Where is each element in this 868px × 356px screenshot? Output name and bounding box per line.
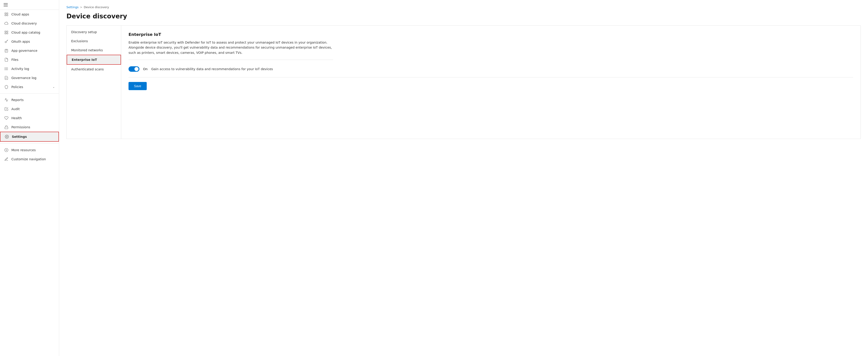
- svg-rect-16: [5, 127, 8, 129]
- detail-description: Enable enterprise IoT security with Defe…: [128, 40, 333, 60]
- toggle-row: On Gain access to vulnerability data and…: [128, 66, 853, 72]
- svg-rect-4: [5, 31, 6, 32]
- sidebar-item-label: Cloud app catalog: [11, 31, 55, 34]
- sidebar-item-settings[interactable]: Settings: [0, 132, 59, 142]
- sidebar-item-label: Activity log: [11, 67, 55, 71]
- sidebar-item-reports[interactable]: Reports: [0, 95, 59, 104]
- breadcrumb-parent[interactable]: Settings: [66, 5, 79, 9]
- toggle-label: On: [143, 67, 148, 71]
- sidebar-item-label: Cloud discovery: [11, 22, 55, 25]
- list-icon: [4, 67, 9, 71]
- sidebar-item-activity-log[interactable]: Activity log: [0, 64, 59, 73]
- subnav-authenticated-scans[interactable]: Authenticated scans: [67, 65, 121, 74]
- sidebar-item-cloud-app-catalog[interactable]: Cloud app catalog: [0, 28, 59, 37]
- page-title: Device discovery: [66, 12, 861, 20]
- sidebar-divider-1: [0, 93, 59, 94]
- svg-point-8: [5, 41, 6, 43]
- chevron-down-icon: ⌄: [53, 85, 55, 88]
- sidebar-item-label: Permissions: [11, 125, 55, 129]
- breadcrumb: Settings > Device discovery: [66, 5, 861, 9]
- sidebar-item-label: Policies: [11, 85, 50, 89]
- svg-point-13: [5, 68, 5, 68]
- sidebar-item-label: Governance log: [11, 76, 55, 80]
- toggle-track: [128, 66, 140, 72]
- subnav-exclusions[interactable]: Exclusions: [67, 37, 121, 46]
- key-icon: [4, 39, 9, 44]
- detail-title: Enterprise IoT: [128, 32, 853, 37]
- svg-rect-5: [7, 31, 8, 32]
- sidebar-item-label: Reports: [11, 98, 55, 102]
- sidebar-item-customize-navigation[interactable]: Customize navigation: [0, 155, 59, 164]
- sidebar: Cloud apps Cloud discovery Cloud app cat…: [0, 0, 59, 356]
- save-section: Save: [128, 77, 853, 90]
- sidebar-item-cloud-discovery[interactable]: Cloud discovery: [0, 19, 59, 28]
- breadcrumb-current: Device discovery: [84, 5, 109, 9]
- sidebar-item-label: Customize navigation: [11, 157, 55, 161]
- sidebar-item-label: Files: [11, 58, 55, 62]
- sub-navigation: Discovery setup Exclusions Monitored net…: [67, 26, 121, 139]
- svg-point-14: [5, 69, 5, 69]
- sidebar-item-label: More resources: [11, 148, 55, 152]
- clipboard-icon: [4, 48, 9, 53]
- document-icon: [4, 76, 9, 80]
- svg-rect-3: [7, 15, 8, 16]
- toggle-description: Gain access to vulnerability data and re…: [151, 67, 273, 71]
- sidebar-item-label: Health: [11, 116, 55, 120]
- external-icon: [4, 148, 9, 152]
- sidebar-item-governance-log[interactable]: Governance log: [0, 73, 59, 82]
- svg-rect-1: [7, 13, 8, 14]
- enterprise-iot-toggle[interactable]: [128, 66, 140, 72]
- sidebar-item-permissions[interactable]: Permissions: [0, 122, 59, 132]
- sidebar-item-label: Cloud apps: [11, 12, 55, 16]
- sidebar-item-app-governance[interactable]: App governance: [0, 46, 59, 55]
- grid-icon: [4, 12, 9, 16]
- svg-point-15: [5, 70, 5, 70]
- detail-panel: Enterprise IoT Enable enterprise IoT sec…: [121, 26, 861, 139]
- svg-rect-6: [5, 33, 6, 34]
- svg-rect-2: [5, 15, 6, 16]
- sidebar-item-audit[interactable]: Audit: [0, 104, 59, 113]
- lock-icon: [4, 125, 9, 130]
- sidebar-item-files[interactable]: Files: [0, 55, 59, 64]
- apps-icon: [4, 30, 9, 35]
- sidebar-item-policies[interactable]: Policies ⌄: [0, 82, 59, 92]
- heart-icon: [4, 116, 9, 120]
- checklist-icon: [4, 107, 9, 111]
- sidebar-item-label: Settings: [12, 135, 54, 139]
- edit-icon: [4, 157, 9, 162]
- subnav-monitored-networks[interactable]: Monitored networks: [67, 46, 121, 55]
- cloud-icon: [4, 21, 9, 26]
- content-area: Settings > Device discovery Device disco…: [59, 0, 868, 356]
- sidebar-divider-2: [0, 143, 59, 144]
- subnav-discovery-setup[interactable]: Discovery setup: [67, 28, 121, 37]
- file-icon: [4, 58, 9, 62]
- svg-rect-7: [7, 33, 8, 34]
- settings-panel: Discovery setup Exclusions Monitored net…: [66, 26, 861, 139]
- save-button[interactable]: Save: [128, 82, 147, 90]
- sidebar-item-label: Audit: [11, 107, 55, 111]
- svg-rect-0: [5, 13, 6, 14]
- sidebar-item-label: OAuth apps: [11, 40, 55, 43]
- sidebar-item-cloud-apps[interactable]: Cloud apps: [0, 10, 59, 19]
- sidebar-item-health[interactable]: Health: [0, 113, 59, 122]
- toggle-thumb: [134, 67, 138, 71]
- gear-icon: [5, 134, 9, 139]
- breadcrumb-separator: >: [80, 5, 82, 9]
- main-content: Settings > Device discovery Device disco…: [59, 0, 868, 356]
- sidebar-item-more-resources[interactable]: More resources: [0, 146, 59, 155]
- shield-icon: [4, 85, 9, 89]
- sidebar-item-oauth-apps[interactable]: OAuth apps: [0, 37, 59, 46]
- svg-point-17: [6, 136, 7, 137]
- menu-icon[interactable]: [4, 3, 8, 6]
- chart-icon: [4, 98, 9, 102]
- sidebar-item-label: App governance: [11, 49, 55, 52]
- sidebar-header[interactable]: [0, 0, 59, 10]
- subnav-enterprise-iot[interactable]: Enterprise IoT: [67, 55, 121, 65]
